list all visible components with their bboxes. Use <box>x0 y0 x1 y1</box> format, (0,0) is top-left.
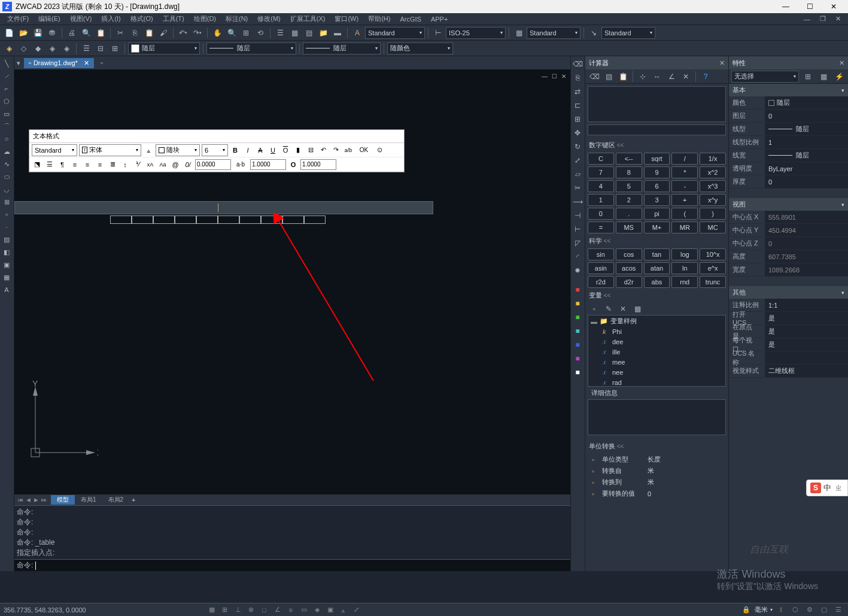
calc-key-ex[interactable]: e^x <box>700 262 726 274</box>
calc-key-2[interactable]: 2 <box>616 194 642 206</box>
color-white-icon[interactable]: ■ <box>571 366 584 379</box>
doc-close[interactable]: ✕ <box>831 14 846 24</box>
calc-sci-section[interactable]: 科学 <box>585 235 728 247</box>
close-button[interactable]: ✕ <box>822 0 846 13</box>
calc-key-5[interactable]: 5 <box>616 180 642 192</box>
match-icon[interactable]: 🖌 <box>157 26 170 40</box>
layer-props-icon[interactable]: ◈ <box>2 42 16 55</box>
tf-italic-button[interactable]: I <box>242 145 253 156</box>
table-text-edit-box[interactable] <box>14 201 433 214</box>
calc-key-7[interactable]: 7 <box>588 166 614 178</box>
prop-ltscale[interactable]: 1 <box>765 136 848 148</box>
tf-bold-button[interactable]: B <box>230 145 241 156</box>
menu-edit[interactable]: 编辑(E) <box>34 13 65 25</box>
calc-dist-icon[interactable]: ↔ <box>651 70 664 83</box>
layout-nav-next-icon[interactable]: ▶ <box>32 496 39 504</box>
calc-key-asin[interactable]: asin <box>588 262 614 274</box>
tablestyle-icon[interactable]: ▦ <box>512 26 525 40</box>
lineweight-dropdown[interactable]: 随层▾ <box>303 43 381 54</box>
color-blue-icon[interactable]: ■ <box>571 338 584 351</box>
menu-arcgis[interactable]: ArcGIS <box>395 14 425 24</box>
calc-key-[interactable]: + <box>671 194 698 206</box>
calc-key-MC[interactable]: MC <box>700 221 726 233</box>
tb-icon-c[interactable]: ⊞ <box>108 42 121 55</box>
menu-tools[interactable]: 工具(T) <box>158 13 189 25</box>
status-lock-icon[interactable]: 🔒 <box>740 605 752 615</box>
offset-icon[interactable]: ⊏ <box>571 99 584 112</box>
tf-ruler-icon[interactable]: ⊟ <box>305 145 316 156</box>
line-icon[interactable]: ╲ <box>0 57 13 69</box>
paste-icon[interactable]: 📋 <box>142 26 156 40</box>
tf-undo-icon[interactable]: ↶ <box>318 145 329 156</box>
calc-key-MR[interactable]: MR <box>671 221 698 233</box>
status-snap-icon[interactable]: ⊞ <box>219 605 231 615</box>
layer-match-icon[interactable]: ◈ <box>60 42 73 55</box>
status-otrack-icon[interactable]: ∠ <box>272 605 284 615</box>
calc-key-M[interactable]: M+ <box>644 221 670 233</box>
prop-ucsopen[interactable]: 是 <box>765 312 848 324</box>
mleaderstyle-dropdown[interactable]: Standard▾ <box>601 27 655 39</box>
tablestyle-dropdown[interactable]: Standard▾ <box>527 27 580 39</box>
new-icon[interactable]: 📄 <box>2 26 16 40</box>
props-close-icon[interactable]: ✕ <box>839 59 844 67</box>
prop-color[interactable]: 随层 <box>765 96 848 109</box>
textstyle-dropdown[interactable]: Standard▾ <box>365 27 425 39</box>
pline-icon[interactable]: ⌐ <box>0 83 13 95</box>
menu-draw[interactable]: 绘图(D) <box>189 13 221 25</box>
tb-icon-b[interactable]: ⊟ <box>94 42 107 55</box>
tf-stack-icon[interactable]: a/b <box>343 145 354 156</box>
layer-dropdown[interactable]: 随层▾ <box>128 43 200 54</box>
menu-insert[interactable]: 插入(I) <box>96 13 125 25</box>
color-magenta-icon[interactable]: ■ <box>571 352 584 365</box>
tf-highlight-icon[interactable]: ▮ <box>293 145 303 156</box>
tf-more-icon[interactable]: ⊙ <box>374 145 385 156</box>
calc-key-xy[interactable]: x^y <box>700 194 726 206</box>
calc-key-1x[interactable]: 1/x <box>700 153 726 165</box>
tf-oblique-input[interactable] <box>195 159 231 170</box>
calc-key-4[interactable]: 4 <box>588 180 614 192</box>
var-calc-icon[interactable]: ▦ <box>631 302 644 315</box>
array-icon[interactable]: ⊞ <box>571 113 584 126</box>
doc-restore[interactable]: ❐ <box>815 14 831 24</box>
menu-express[interactable]: 扩展工具(X) <box>285 13 330 25</box>
props-section-other[interactable]: 其他▾ <box>729 286 848 299</box>
status-cycle-icon[interactable]: ◈ <box>311 605 323 615</box>
calc-display[interactable] <box>588 86 726 122</box>
tf-strike-button[interactable]: A <box>255 145 266 156</box>
tf-underline-button[interactable]: U <box>268 145 278 156</box>
tf-columns-icon[interactable]: ☰ <box>44 159 55 170</box>
status-ortho-icon[interactable]: ⊥ <box>232 605 244 615</box>
calc-intersect-icon[interactable]: ✕ <box>679 70 692 83</box>
menu-view[interactable]: 视图(V) <box>65 13 97 25</box>
status-nav-icon[interactable]: ⟟ <box>775 605 787 615</box>
save-icon[interactable]: 💾 <box>31 26 44 40</box>
preview-icon[interactable]: 🔍 <box>80 26 93 40</box>
menu-help[interactable]: 帮助(H) <box>363 13 395 25</box>
tf-size-dropdown[interactable]: 6▾ <box>202 144 228 156</box>
tf-align-center-icon[interactable]: ≡ <box>82 159 93 170</box>
undo-icon[interactable]: ↶▾ <box>177 26 190 40</box>
calc-key-sqrt[interactable]: sqrt <box>644 153 670 165</box>
layer-state-icon[interactable]: ◇ <box>17 42 30 55</box>
status-iso-icon[interactable]: ⬡ <box>789 605 801 615</box>
calc-key-rnd[interactable]: rnd <box>671 276 698 288</box>
pan-icon[interactable]: ✋ <box>211 26 224 40</box>
var-new-icon[interactable]: ▫ <box>588 302 601 315</box>
ellipsearc-icon[interactable]: ◡ <box>0 183 13 195</box>
tf-numbering-icon[interactable]: ⅟ <box>132 159 143 170</box>
tf-width-input[interactable] <box>300 159 336 170</box>
calc-key-9[interactable]: 9 <box>644 166 670 178</box>
color-green-icon[interactable]: ■ <box>571 311 584 324</box>
calc-angle-icon[interactable]: ∠ <box>665 70 678 83</box>
prop-perviewport[interactable]: 是 <box>765 338 848 351</box>
layout-tab-model[interactable]: 模型 <box>51 495 75 505</box>
cut-icon[interactable]: ✂ <box>114 26 127 40</box>
color-red-icon[interactable]: ■ <box>571 283 584 296</box>
viewport-maximize-icon[interactable]: ☐ <box>550 72 558 80</box>
calc-key-10x[interactable]: 10^x <box>700 248 726 260</box>
calc-hist-icon[interactable]: ▤ <box>602 70 615 83</box>
publish-icon[interactable]: 📋 <box>94 26 107 40</box>
rectangle-icon[interactable]: ▭ <box>0 108 13 120</box>
tf-tracking-input[interactable] <box>250 159 286 170</box>
status-hw-icon[interactable]: ⚙ <box>804 605 816 615</box>
